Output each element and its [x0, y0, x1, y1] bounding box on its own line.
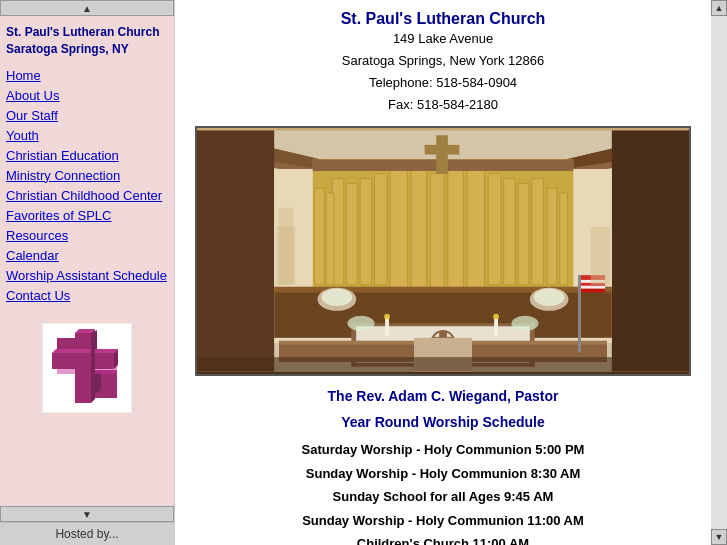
svg-rect-8	[52, 353, 114, 369]
schedule-item-sunday-1100: Sunday Worship - Holy Communion 11:00 AM	[195, 509, 691, 532]
main-content: St. Paul's Lutheran Church 149 Lake Aven…	[175, 0, 711, 545]
svg-rect-17	[197, 131, 274, 372]
site-title: St. Paul's Lutheran Church Saratoga Spri…	[6, 24, 168, 58]
svg-rect-28	[360, 179, 372, 285]
svg-rect-39	[436, 136, 448, 175]
svg-rect-24	[448, 169, 463, 290]
worship-schedule-title: Year Round Worship Schedule	[195, 414, 691, 430]
nav-resources[interactable]: Resources	[6, 228, 168, 243]
svg-point-57	[511, 316, 538, 331]
schedule-item-saturday: Saturday Worship - Holy Communion 5:00 P…	[195, 438, 691, 461]
svg-rect-23	[430, 174, 444, 290]
svg-rect-68	[591, 227, 610, 285]
schedule-item-childrens-church: Children's Church 11:00 AM	[195, 532, 691, 545]
main-scroll-up-button[interactable]: ▲	[711, 0, 727, 16]
church-interior-svg	[197, 128, 689, 374]
svg-rect-60	[279, 341, 414, 345]
pastor-title: The Rev. Adam C. Wiegand, Pastor	[195, 388, 691, 404]
svg-point-51	[493, 314, 499, 320]
svg-rect-66	[581, 286, 605, 289]
svg-rect-36	[547, 189, 557, 285]
svg-rect-34	[315, 189, 325, 285]
svg-rect-40	[425, 145, 460, 155]
church-name: St. Paul's Lutheran Church	[195, 10, 691, 28]
nav-christian-education[interactable]: Christian Education	[6, 148, 168, 163]
svg-marker-10	[52, 349, 118, 353]
svg-rect-61	[472, 341, 607, 345]
svg-rect-29	[375, 174, 388, 285]
svg-rect-35	[326, 193, 334, 285]
schedule-item-sunday-school: Sunday School for all Ages 9:45 AM	[195, 485, 691, 508]
nav-youth[interactable]: Youth	[6, 128, 168, 143]
main-scrollbar: ▲ ▼	[711, 0, 727, 545]
svg-rect-27	[347, 184, 358, 285]
church-address-line1: 149 Lake Avenue	[195, 28, 691, 50]
nav-contact-us[interactable]: Contact Us	[6, 288, 168, 303]
svg-point-56	[347, 316, 374, 331]
sidebar: ▲ St. Paul's Lutheran Church Saratoga Sp…	[0, 0, 175, 545]
church-telephone: Telephone: 518-584-0904	[195, 72, 691, 94]
svg-rect-70	[197, 357, 689, 371]
church-address-line2: Saratoga Springs, New York 12866	[195, 50, 691, 72]
svg-rect-31	[504, 179, 516, 285]
svg-marker-11	[91, 329, 95, 403]
svg-rect-69	[279, 208, 293, 285]
nav-worship-assistant-schedule[interactable]: Worship Assistant Schedule	[6, 268, 168, 283]
svg-rect-63	[578, 275, 581, 352]
nav-about-us[interactable]: About Us	[6, 88, 168, 103]
svg-rect-18	[612, 131, 689, 372]
schedule-item-sunday-830: Sunday Worship - Holy Communion 8:30 AM	[195, 462, 691, 485]
sidebar-nav: St. Paul's Lutheran Church Saratoga Spri…	[0, 16, 174, 506]
church-interior-image	[195, 126, 691, 376]
church-header: St. Paul's Lutheran Church 149 Lake Aven…	[195, 10, 691, 116]
svg-rect-22	[411, 169, 426, 290]
svg-rect-30	[488, 174, 501, 285]
svg-rect-50	[494, 319, 498, 336]
church-fax: Fax: 518-584-2180	[195, 94, 691, 116]
church-logo	[37, 318, 137, 418]
svg-rect-21	[390, 165, 407, 290]
main-scroll-down-button[interactable]: ▼	[711, 529, 727, 545]
svg-point-55	[534, 289, 565, 306]
hosted-by-bar[interactable]: Hosted by...	[0, 522, 174, 545]
nav-calendar[interactable]: Calendar	[6, 248, 168, 263]
nav-home[interactable]: Home	[6, 68, 168, 83]
nav-ministry-connection[interactable]: Ministry Connection	[6, 168, 168, 183]
sidebar-scroll-up[interactable]: ▲	[0, 0, 174, 16]
nav-our-staff[interactable]: Our Staff	[6, 108, 168, 123]
nav-christian-childhood-center[interactable]: Christian Childhood Center	[6, 188, 168, 203]
nav-favorites-of-splc[interactable]: Favorites of SPLC	[6, 208, 168, 223]
svg-rect-25	[467, 165, 484, 290]
svg-point-49	[384, 314, 390, 320]
sidebar-scroll-down[interactable]: ▼	[0, 506, 174, 522]
logo-container	[6, 308, 168, 431]
svg-rect-33	[532, 179, 544, 285]
svg-point-53	[321, 289, 352, 306]
svg-rect-37	[560, 193, 568, 285]
svg-rect-32	[518, 184, 529, 285]
svg-rect-48	[385, 319, 389, 336]
